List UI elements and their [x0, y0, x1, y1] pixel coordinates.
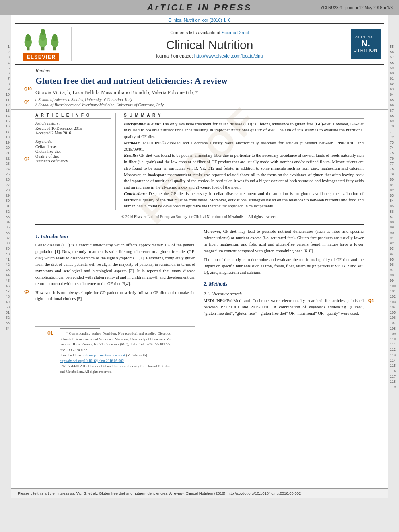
- email-link[interactable]: valeria.polzonetti@unicam.it: [83, 353, 125, 357]
- keywords-list: Celiac disease Gluten free diet Quality …: [35, 144, 111, 163]
- keyword-3: Quality of diet: [35, 154, 111, 158]
- top-bar: ArTICLE IN PRESS YCLNU2821_proof ■ 12 Ma…: [0, 0, 399, 15]
- line-numbers-right: 5556575859606162636465666768697071727374…: [390, 15, 396, 390]
- footnote-area: Q1 * Corresponding author. Nutrition, Nu…: [35, 326, 195, 376]
- article-top: Review Q10 Gluten free diet and nutrient…: [11, 65, 388, 107]
- results-text: GF-diet was found to be poor in alimenta…: [124, 153, 364, 189]
- intro-heading: 1. Introduction: [35, 232, 195, 240]
- keyword-1: Celiac disease: [35, 144, 111, 149]
- doi-link[interactable]: http://dx.doi.org/10.1016/j.clnu.2016.05…: [60, 359, 124, 363]
- accepted-date: Accepted 2 May 2016: [35, 131, 111, 135]
- sciencedirect-link[interactable]: ScienceDirect: [222, 30, 249, 35]
- keyword-4: Nutrients deficiency: [35, 159, 111, 163]
- history-label: Article history:: [35, 121, 111, 125]
- keyword-2: Gluten free diet: [35, 149, 111, 154]
- keywords-label: Keywords:: [35, 139, 111, 144]
- summary-col: S U M M A R Y Background & aims: The onl…: [124, 113, 364, 210]
- methods-text: MEDLINE®/PubMed and Cochrane Library wer…: [124, 141, 364, 152]
- cn-logo: CLINICAL N. UTRITION: [351, 29, 381, 59]
- sciencedirect-line: Contents lists available at ScienceDirec…: [170, 30, 249, 35]
- methods-label: Methods:: [124, 141, 140, 145]
- summary-text: Background & aims: The only available tr…: [124, 121, 364, 210]
- article-in-press-title: ArTICLE IN PRESS: [147, 2, 252, 13]
- article-info-summary: A R T I C L E I N F O Article history: R…: [11, 109, 388, 210]
- q10-annotation: Q10: [24, 87, 32, 91]
- journal-info-line: Clinical Nutrition xxx (2016) 1–6: [168, 18, 230, 23]
- journal-name: Clinical Nutrition: [166, 38, 253, 52]
- footnote-corresponding: Q1 * Corresponding author. Nutrition, Nu…: [60, 330, 171, 353]
- intro-para2: However, it is not always simple for CD …: [35, 290, 195, 302]
- elsevier-tree-icon: [21, 27, 62, 51]
- svg-point-9: [52, 34, 57, 41]
- journal-header: ELSEVIER Contents lists available at Sci…: [15, 23, 384, 65]
- affiliation-b: b School of Biosciences and Veterinary M…: [35, 103, 364, 107]
- svg-point-2: [25, 34, 31, 41]
- background-label: Background & aims:: [124, 122, 161, 126]
- article-info-title: A R T I C L E I N F O: [35, 113, 111, 119]
- citation-bar: Please cite this article in press as: Vi…: [11, 488, 388, 498]
- conclusions-text: Despite the GF-diet is necessary in celi…: [124, 191, 364, 209]
- intro-para4: The aim of this study is to determine an…: [204, 257, 364, 276]
- body-columns: Q3 1. Introduction Celiac disease (CD) i…: [11, 228, 388, 376]
- copyright-line: © 2016 Elsevier Ltd and European Society…: [35, 212, 364, 221]
- methods-heading: 2. Methods: [204, 280, 364, 288]
- footnote-doi: http://dx.doi.org/10.1016/j.clnu.2016.05…: [60, 358, 171, 364]
- affiliation-a: a School of Advanced Studies, University…: [35, 97, 364, 102]
- methods-para1: MEDLINE®/PubMed and Cochrane were electr…: [204, 298, 364, 317]
- conclusions-label: Conclusions:: [124, 191, 147, 196]
- journal-homepage: journal homepage: http://www.elsevier.co…: [156, 53, 263, 58]
- methods-subheading: 2.1. Literature search: [204, 290, 364, 297]
- body-col-left: Q3 1. Introduction Celiac disease (CD) i…: [35, 228, 195, 376]
- article-authors: Giorgia Vici a, b, Luca Belli b, Massimi…: [35, 89, 364, 96]
- results-label: Results:: [124, 153, 138, 158]
- q1-annotation: Q1: [47, 331, 53, 335]
- proof-meta: YCLNU2821_proof ■ 12 May 2016 ■ 1/6: [321, 6, 393, 10]
- q2-annotation: Q2: [24, 157, 29, 161]
- intro-para3: Moreover, GF-diet may lead to possible n…: [204, 228, 364, 254]
- received-date: Received 16 December 2015: [35, 126, 111, 131]
- line-numbers-left: 1234567891011121314151617181920212223242…: [0, 15, 11, 331]
- elsevier-logo-area: ELSEVIER: [15, 27, 72, 61]
- q3-annotation: Q3: [24, 289, 29, 295]
- article-title: Gluten free diet and nutrient deficienci…: [35, 75, 364, 87]
- journal-center: Contents lists available at ScienceDirec…: [72, 27, 348, 61]
- article-page: PROOF Clinical Nutrition xxx (2016) 1–6 …: [11, 15, 388, 498]
- body-col-right: Moreover, GF-diet may lead to possible n…: [204, 228, 364, 376]
- section-divider: [35, 224, 364, 225]
- methods-text-area: Q4 MEDLINE®/PubMed and Cochrane were ele…: [204, 298, 364, 317]
- article-info-col: A R T I C L E I N F O Article history: R…: [35, 113, 116, 210]
- q4-annotation: Q4: [368, 298, 374, 304]
- elsevier-label: ELSEVIER: [23, 53, 59, 61]
- q9-annotation: Q9: [24, 100, 29, 104]
- footnote-issn: 0261-5614/© 2016 Elsevier Ltd and Europe…: [60, 364, 171, 374]
- svg-point-6: [41, 29, 45, 35]
- section-label: Review: [35, 67, 364, 74]
- intro-para1: Celiac disease (CD) is a chronic enterop…: [35, 242, 195, 287]
- footnote-email: E-mail address: valeria.polzonetti@unica…: [60, 353, 171, 358]
- journal-homepage-link[interactable]: http://www.elsevier.com/locate/clnu: [194, 53, 263, 58]
- summary-title: S U M M A R Y: [124, 113, 364, 119]
- cn-logo-area: CLINICAL N. UTRITION: [348, 27, 384, 61]
